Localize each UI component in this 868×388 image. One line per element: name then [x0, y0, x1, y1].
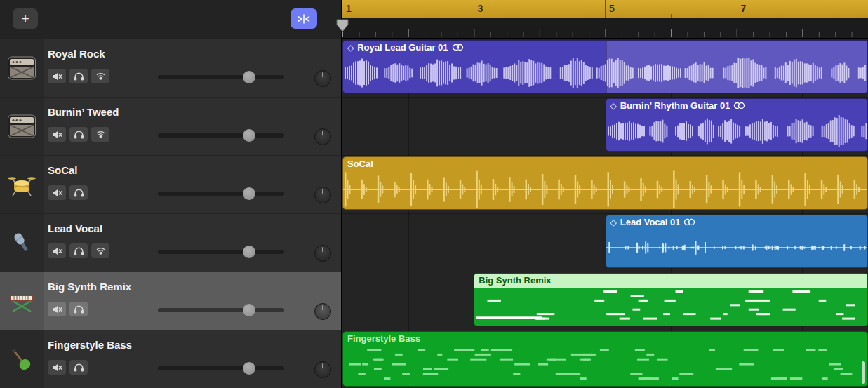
region-burnin-rhythm-guitar-01[interactable]: ◇Burnin’ Rhythm Guitar 01: [606, 98, 868, 152]
region-label: Big Synth Remix: [479, 275, 551, 286]
region-label: ◇Royal Lead Guitar 01: [347, 42, 464, 53]
solo-button[interactable]: [69, 69, 88, 83]
region-loop-section[interactable]: [606, 41, 868, 93]
midi-notes: [343, 346, 868, 385]
track-header-toolbar: +: [0, 0, 341, 39]
mute-button[interactable]: [48, 302, 66, 316]
ruler-measure-label: 1: [342, 0, 474, 18]
mute-button[interactable]: [48, 360, 66, 375]
solo-button[interactable]: [69, 243, 88, 258]
mute-button[interactable]: [48, 69, 66, 83]
track-header-burnin-tweed[interactable]: Burnin’ Tweed: [0, 98, 341, 156]
volume-slider[interactable]: [158, 246, 284, 258]
track-controls: [48, 243, 109, 258]
region-fingerstyle-bass[interactable]: Fingerstyle Bass: [342, 331, 868, 387]
follow-tempo-icon: ◇: [347, 43, 354, 53]
track-header-fingerstyle-bass[interactable]: Fingerstyle Bass: [0, 330, 341, 388]
amp-icon: [0, 39, 44, 97]
pan-knob[interactable]: [314, 303, 331, 320]
track-controls: [48, 360, 88, 375]
region-socal[interactable]: SoCal: [342, 156, 868, 210]
volume-slider[interactable]: [158, 71, 284, 83]
drums-icon: [0, 156, 44, 213]
audio-waveform: [606, 112, 868, 150]
region-label: SoCal: [347, 159, 373, 169]
region-lead-vocal-01[interactable]: ◇Lead Vocal 01: [606, 215, 868, 268]
mute-button[interactable]: [48, 127, 66, 142]
ruler-measure-label: 7: [737, 0, 868, 18]
solo-button[interactable]: [69, 360, 88, 375]
track-name: Fingerstyle Bass: [48, 339, 132, 351]
region-title: Big Synth Remix: [479, 275, 551, 286]
track-controls: [48, 185, 88, 200]
track-controls: [48, 127, 109, 142]
region-title: Fingerstyle Bass: [347, 333, 420, 344]
ruler-measure-label: 3: [474, 0, 606, 18]
volume-slider-thumb[interactable]: [243, 129, 255, 142]
volume-slider-thumb[interactable]: [243, 246, 255, 258]
region-label: ◇Lead Vocal 01: [610, 217, 696, 227]
bass-icon: [0, 330, 44, 388]
track-controls: [48, 302, 88, 316]
track-header-socal[interactable]: SoCal: [0, 156, 341, 214]
volume-slider-thumb[interactable]: [243, 187, 255, 200]
stereo-icon: [452, 44, 464, 51]
region-big-synth-remix[interactable]: Big Synth Remix: [474, 273, 868, 326]
volume-slider-thumb[interactable]: [243, 304, 255, 316]
region-title: Lead Vocal 01: [620, 217, 681, 227]
track-header-royal-rock[interactable]: Royal Rock: [0, 39, 341, 98]
volume-slider-thumb[interactable]: [243, 362, 255, 375]
follow-tempo-icon: ◇: [610, 101, 617, 111]
solo-button[interactable]: [69, 185, 88, 200]
region-title: Burnin’ Rhythm Guitar 01: [620, 100, 730, 111]
add-track-button[interactable]: +: [13, 8, 38, 29]
track-list: Royal RockBurnin’ TweedSoCalLead VocalBi…: [0, 39, 341, 388]
ruler-measure-label: 5: [605, 0, 737, 18]
mute-button[interactable]: [48, 243, 66, 258]
stereo-icon: [733, 102, 745, 109]
volume-slider-thumb[interactable]: [243, 71, 255, 83]
volume-slider[interactable]: [158, 187, 284, 200]
audio-waveform: [606, 229, 868, 267]
track-controls: [48, 69, 109, 83]
solo-button[interactable]: [69, 127, 88, 142]
track-name: Big Synth Remix: [48, 281, 131, 293]
track-header-lead-vocal[interactable]: Lead Vocal: [0, 214, 341, 272]
audio-waveform: [343, 170, 868, 208]
region-title: Royal Lead Guitar 01: [357, 42, 448, 53]
pan-knob[interactable]: [314, 245, 331, 262]
volume-slider[interactable]: [158, 362, 284, 375]
input-monitor-button[interactable]: [91, 69, 109, 83]
playhead[interactable]: [335, 19, 349, 35]
synth-icon: [0, 272, 44, 330]
ruler-ticks: [342, 18, 868, 39]
mute-button[interactable]: [48, 185, 66, 200]
track-name: SoCal: [48, 164, 78, 176]
ruler[interactable]: 1357: [342, 0, 868, 18]
timeline-panel: 1357 ◇Royal Lead Guitar 01◇Burnin’ Rhyth…: [342, 0, 868, 388]
catch-playhead-button[interactable]: [291, 8, 317, 29]
mic-icon: [0, 214, 44, 272]
input-monitor-button[interactable]: [91, 127, 109, 142]
follow-tempo-icon: ◇: [610, 218, 617, 227]
solo-button[interactable]: [69, 302, 88, 316]
amp-icon: [0, 98, 44, 155]
track-header-big-synth-remix[interactable]: Big Synth Remix: [0, 272, 341, 330]
region-royal-lead-guitar-01[interactable]: ◇Royal Lead Guitar 01: [342, 40, 868, 93]
volume-slider[interactable]: [158, 304, 284, 316]
track-header-panel: + Royal RockBurnin’ TweedSoCalLead Vocal…: [0, 0, 342, 388]
track-name: Lead Vocal: [48, 222, 102, 234]
region-title: SoCal: [347, 159, 373, 169]
input-monitor-button[interactable]: [91, 243, 109, 258]
stereo-icon: [683, 218, 695, 226]
garageband-window: + Royal RockBurnin’ TweedSoCalLead Vocal…: [0, 0, 868, 388]
pan-knob[interactable]: [314, 361, 331, 378]
pan-knob[interactable]: [314, 187, 331, 203]
catch-playhead-icon: [298, 14, 310, 24]
pan-knob[interactable]: [314, 128, 331, 145]
track-name: Burnin’ Tweed: [48, 106, 119, 118]
volume-slider[interactable]: [158, 129, 284, 142]
vertical-scrollbar-thumb[interactable]: [862, 361, 865, 384]
pan-knob[interactable]: [314, 70, 331, 87]
region-label: ◇Burnin’ Rhythm Guitar 01: [610, 100, 746, 111]
